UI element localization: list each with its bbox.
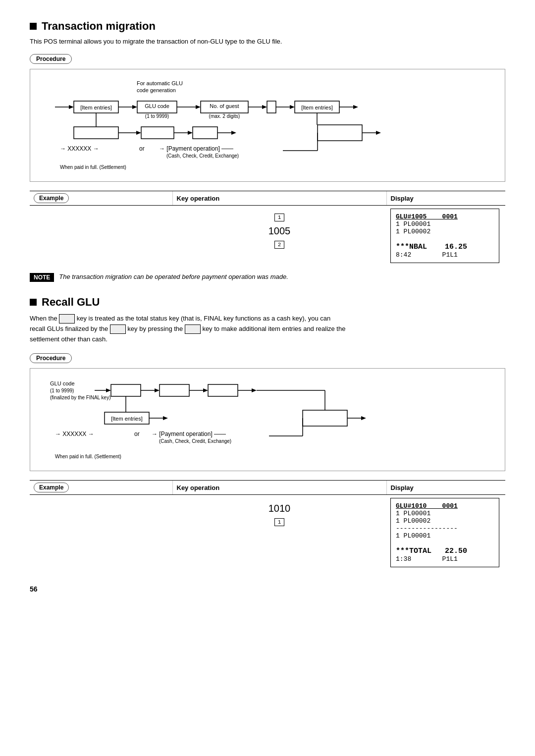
section2: Recall GLU When the key is treated as th… (30, 296, 505, 570)
svg-text:or: or (139, 145, 145, 152)
svg-marker-43 (376, 131, 381, 135)
note-block-1: NOTE The transaction migration can be op… (30, 273, 505, 282)
svg-marker-59 (252, 388, 257, 392)
bullet-icon-2 (30, 299, 37, 306)
svg-rect-32 (193, 127, 217, 139)
svg-text:(finalized by the FINAL key): (finalized by the FINAL key) (50, 395, 110, 400)
svg-rect-51 (111, 384, 141, 396)
svg-marker-56 (203, 388, 208, 392)
key-inline-3 (185, 324, 201, 334)
key-operation-cell-2: 1010 1 (172, 495, 386, 571)
svg-rect-18 (267, 101, 276, 113)
diagram2-svg: GLU code (1 to 9999) (finalized by the F… (40, 377, 486, 463)
svg-marker-20 (290, 105, 295, 109)
key-operation-cell-1: 1 1005 2 (172, 206, 386, 267)
display-line-2: 1 PL00002 (396, 228, 494, 235)
svg-text:[Item entries]: [Item entries] (80, 105, 112, 110)
svg-marker-12 (196, 105, 201, 109)
diagram2: GLU code (1 to 9999) (finalized by the F… (30, 368, 505, 471)
svg-marker-31 (188, 131, 193, 135)
bullet-icon (30, 23, 37, 30)
svg-text:→ XXXXXX →: → XXXXXX → (55, 431, 94, 437)
svg-text:When paid in full. (Settlement: When paid in full. (Settlement) (55, 454, 121, 459)
display2-line-7: 1:38 P1L1 (396, 555, 494, 563)
key-number-1: 1005 (268, 225, 291, 237)
svg-marker-24 (353, 105, 358, 109)
key-number-2: 1010 (268, 503, 291, 514)
svg-text:(1 to 9999): (1 to 9999) (145, 113, 169, 119)
example-badge-1: Example (34, 193, 69, 203)
svg-text:→ XXXXXX →: → XXXXXX → (60, 145, 99, 152)
display2-line-1: 1 PL00001 (396, 510, 494, 517)
section1: Transaction migration This POS terminal … (30, 20, 505, 282)
key-btn-3: 1 (274, 518, 285, 526)
svg-marker-3 (69, 105, 74, 109)
svg-text:(1 to 9999): (1 to 9999) (50, 388, 74, 393)
key-btn-1: 1 (274, 214, 285, 221)
display-line-1: 1 PL00001 (396, 220, 494, 228)
key-inline-1 (59, 314, 75, 324)
svg-text:code generation: code generation (137, 87, 176, 93)
display-cell-1: GLU#1005 0001 1 PL00001 1 PL00002 ***NBA… (386, 206, 505, 267)
svg-text:→ [Payment operation] ——: → [Payment operation] —— (152, 431, 226, 437)
svg-rect-69 (303, 410, 347, 426)
svg-marker-50 (106, 388, 111, 392)
display2-line-6: ***TOTAL 22.50 (396, 547, 494, 555)
section2-intro: When the key is treated as the total sta… (30, 314, 505, 344)
display2-line-2: 1 PL00002 (396, 517, 494, 525)
key-operation-header-1: Key operation (172, 191, 386, 206)
display2-line-5 (396, 540, 494, 547)
key-inline-2 (110, 324, 126, 334)
svg-text:→ [Payment operation] ——: → [Payment operation] —— (159, 145, 233, 152)
section1-intro: This POS terminal allows you to migrate … (30, 38, 505, 45)
svg-marker-64 (163, 416, 168, 420)
example-badge-2: Example (34, 483, 69, 492)
section1-title: Transaction migration (30, 20, 505, 33)
svg-text:[Item entries]: [Item entries] (111, 416, 143, 422)
svg-text:GLU code: GLU code (145, 103, 169, 109)
svg-rect-54 (160, 384, 189, 396)
section2-title: Recall GLU (30, 296, 505, 309)
example-table-1: Example Key operation Display 1 1005 2 (30, 191, 505, 266)
svg-rect-39 (318, 125, 362, 141)
svg-marker-28 (136, 131, 141, 135)
display-line-4: ***NBAL 16.25 (396, 243, 494, 251)
procedure-badge-2: Procedure (30, 353, 72, 363)
diagram1-svg: For automatic GLU code generation [Item … (40, 77, 496, 174)
display-cell-2: GLU#1010 0001 1 PL00001 1 PL00002 ------… (386, 495, 505, 571)
key-operation-header-2: Key operation (172, 481, 386, 495)
procedure-badge-1: Procedure (30, 54, 72, 64)
display-line-3 (396, 235, 494, 243)
svg-text:(Cash, Check, Credit, Exchange: (Cash, Check, Credit, Exchange) (159, 438, 231, 444)
svg-text:(max. 2 digits): (max. 2 digits) (209, 113, 240, 119)
svg-text:GLU code: GLU code (50, 380, 75, 386)
note-badge-1: NOTE (30, 273, 54, 282)
display2-line-4: 1 PL00001 (396, 532, 494, 540)
svg-text:(Cash, Check, Credit, Exchange: (Cash, Check, Credit, Exchange) (166, 153, 239, 159)
svg-text:[Item entries]: [Item entries] (301, 105, 333, 110)
example-table-2: Example Key operation Display 1010 1 GLU… (30, 480, 505, 570)
display-line-5: 8:42 P1L1 (396, 251, 494, 259)
svg-text:No. of guest: No. of guest (210, 103, 239, 109)
key-btn-2: 2 (274, 241, 285, 249)
display-header-1: Display (386, 191, 505, 206)
svg-marker-73 (361, 416, 366, 420)
note-text-1: The transaction migration can be operate… (59, 273, 288, 280)
svg-marker-7 (132, 105, 137, 109)
svg-rect-57 (208, 384, 238, 396)
display-line-0: GLU#1005 0001 (396, 213, 494, 220)
svg-text:When paid in full. (Settlement: When paid in full. (Settlement) (60, 164, 126, 170)
svg-text:For automatic GLU: For automatic GLU (137, 80, 183, 86)
display-header-2: Display (386, 481, 505, 495)
display2-line-0: GLU#1010 0001 (396, 502, 494, 510)
svg-marker-53 (155, 388, 160, 392)
svg-text:or: or (134, 431, 140, 437)
display-screen-2: GLU#1010 0001 1 PL00001 1 PL00002 ------… (390, 498, 499, 567)
display2-line-3: ---------------- (396, 525, 494, 532)
display-screen-1: GLU#1005 0001 1 PL00001 1 PL00002 ***NBA… (390, 209, 499, 263)
diagram1: For automatic GLU code generation [Item … (30, 69, 505, 182)
svg-rect-29 (141, 127, 174, 139)
svg-marker-34 (231, 131, 236, 135)
svg-rect-25 (74, 127, 118, 139)
svg-marker-17 (262, 105, 267, 109)
